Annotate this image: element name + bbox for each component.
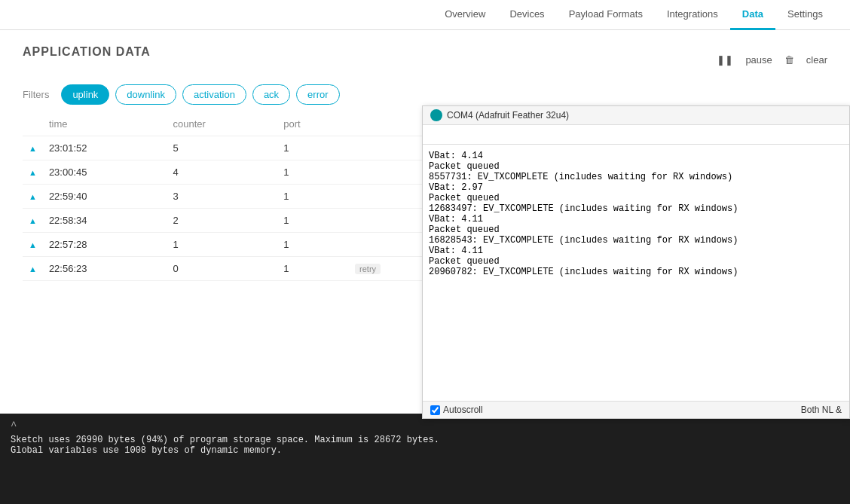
col-counter: counter	[167, 115, 277, 136]
row-time: 23:00:45	[43, 160, 167, 185]
serial-footer: Autoscroll Both NL &	[423, 401, 849, 418]
col-arrow	[23, 115, 43, 136]
terminal-line: Sketch uses 26990 bytes (94%) of program…	[11, 435, 839, 445]
filter-downlink[interactable]: downlink	[115, 84, 176, 105]
top-navigation: Overview Devices Payload Formats Integra…	[0, 0, 850, 30]
filter-ack[interactable]: ack	[252, 84, 290, 105]
filters-row: Filters uplink downlink activation ack e…	[23, 84, 827, 105]
nav-data[interactable]: Data	[730, 0, 775, 30]
clear-button[interactable]: clear	[806, 54, 827, 66]
nav-payload-formats[interactable]: Payload Formats	[557, 0, 655, 30]
terminal-lines: Sketch uses 26990 bytes (94%) of program…	[11, 435, 839, 456]
serial-title: COM4 (Adafruit Feather 32u4)	[447, 110, 569, 121]
autoscroll-label[interactable]: Autoscroll	[430, 405, 483, 415]
row-port: 1	[277, 209, 349, 233]
nav-overview[interactable]: Overview	[433, 0, 497, 30]
filter-uplink[interactable]: uplink	[61, 84, 109, 105]
row-time: 22:56:23	[43, 257, 167, 281]
nav-integrations[interactable]: Integrations	[655, 0, 730, 30]
filter-error[interactable]: error	[296, 84, 339, 105]
row-time: 22:59:40	[43, 185, 167, 209]
row-counter: 5	[167, 136, 277, 160]
col-time: time	[43, 115, 167, 136]
trash-icon: 🗑	[784, 54, 794, 66]
pause-icon: ❚❚	[717, 54, 733, 66]
col-port: port	[277, 115, 349, 136]
page-title: APPLICATION DATA	[23, 45, 151, 59]
row-time: 22:58:34	[43, 209, 167, 233]
row-port: 1	[277, 257, 349, 281]
serial-output[interactable]: VBat: 4.14 Packet queued 8557731: EV_TXC…	[423, 145, 849, 401]
pause-clear-controls: ❚❚ pause 🗑 clear	[717, 54, 827, 66]
arduino-icon	[430, 109, 442, 121]
row-arrow: ▲	[23, 233, 43, 257]
main-content: APPLICATION DATA ❚❚ pause 🗑 clear Filter…	[0, 30, 850, 296]
row-counter: 2	[167, 209, 277, 233]
row-arrow: ▲	[23, 136, 43, 160]
serial-monitor: COM4 (Adafruit Feather 32u4) VBat: 4.14 …	[422, 105, 850, 419]
line-ending-label: Both NL &	[801, 405, 842, 415]
pause-button[interactable]: pause	[745, 54, 772, 66]
nav-settings[interactable]: Settings	[775, 0, 835, 30]
row-counter: 4	[167, 160, 277, 185]
autoscroll-checkbox[interactable]	[430, 405, 440, 415]
serial-input[interactable]	[423, 125, 849, 145]
row-time: 23:01:52	[43, 136, 167, 160]
controls-row: APPLICATION DATA ❚❚ pause 🗑 clear	[23, 45, 827, 74]
terminal-line: Global variables use 1008 bytes of dynam…	[11, 445, 839, 456]
row-arrow: ▲	[23, 160, 43, 185]
row-time: 22:57:28	[43, 233, 167, 257]
serial-title-bar: COM4 (Adafruit Feather 32u4)	[423, 106, 849, 125]
row-counter: 0	[167, 257, 277, 281]
terminal-arrow: ^	[11, 420, 839, 432]
row-arrow: ▲	[23, 257, 43, 281]
filter-activation[interactable]: activation	[182, 84, 246, 105]
nav-devices[interactable]: Devices	[497, 0, 556, 30]
bottom-terminal: ^ Sketch uses 26990 bytes (94%) of progr…	[0, 414, 850, 504]
row-port: 1	[277, 136, 349, 160]
row-arrow: ▲	[23, 209, 43, 233]
row-port: 1	[277, 233, 349, 257]
row-arrow: ▲	[23, 185, 43, 209]
row-counter: 3	[167, 185, 277, 209]
row-counter: 1	[167, 233, 277, 257]
row-port: 1	[277, 160, 349, 185]
row-port: 1	[277, 185, 349, 209]
filters-label: Filters	[23, 89, 49, 100]
